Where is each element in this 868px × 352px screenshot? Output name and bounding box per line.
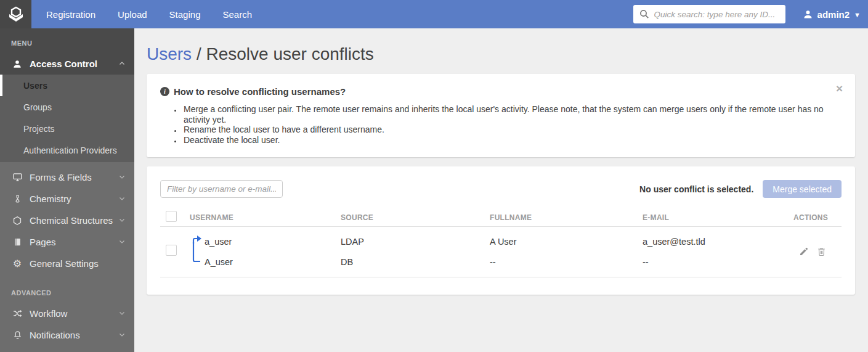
info-bullet: Deactivate the local user. [182,135,842,145]
bell-icon [11,330,23,340]
sidebar-item-label: Authentication Providers [23,145,117,155]
sidebar-item-pages[interactable]: Pages [0,231,134,253]
table-header-row: USERNAME SOURCE FULLNAME E-MAIL ACTIONS [160,208,842,227]
sidebar-item-notifications[interactable]: Notifications [0,324,134,346]
sidebar: MENU Access Control Users Groups Project… [0,28,134,352]
selection-status-text: No user conflict is selected. [639,184,753,194]
remote-fullname: A User [490,231,643,252]
info-bullet: Merge a conflicting user pair. The remot… [182,104,842,125]
sidebar-item-label: General Settings [30,258,99,269]
merge-connector-icon [191,232,205,267]
column-header-source: SOURCE [341,213,490,222]
page-title: Resolve user conflicts [206,44,373,63]
nav-item-registration[interactable]: Registration [46,9,95,20]
sidebar-item-users[interactable]: Users [0,75,134,96]
sidebar-item-forms-fields[interactable]: Forms & Fields [0,166,134,188]
info-bullet: Rename the local user to have a differen… [182,125,842,135]
local-email: -- [643,252,793,272]
column-header-actions: ACTIONS [793,213,843,222]
sidebar-item-label: Chemical Structures [30,215,113,226]
sidebar-item-chemistry[interactable]: Chemistry [0,188,134,210]
user-menu[interactable]: admin2 ▼ [803,9,861,20]
breadcrumb-separator: / [197,44,201,63]
sidebar-item-label: Pages [30,237,56,247]
sidebar-item-label: Chemistry [30,194,71,204]
chevron-down-icon [118,194,126,204]
search-icon [639,9,649,22]
top-nav-menu: Registration Upload Staging Search [46,9,252,20]
info-bullet-list: Merge a conflicting user pair. The remot… [182,104,842,145]
access-control-submenu: Users Groups Projects Authentication Pro… [0,75,134,162]
shuffle-icon [11,308,23,319]
sidebar-section-label-menu: MENU [0,28,134,53]
delete-trash-icon[interactable] [817,247,826,256]
info-panel-title: How to resolve conflicting usernames? [174,86,346,97]
edit-pencil-icon[interactable] [799,247,809,256]
nav-item-search[interactable]: Search [222,9,252,20]
quick-search-input[interactable] [633,5,785,23]
filter-input[interactable] [160,180,283,198]
sidebar-item-chemical-structures[interactable]: Chemical Structures [0,210,134,231]
person-icon [11,59,23,69]
remote-username: a_user [205,231,341,252]
sidebar-item-integration[interactable]: Integration [0,346,134,352]
quick-search-box [633,5,785,23]
sidebar-item-general-settings[interactable]: ⚙ General Settings [0,253,134,274]
breadcrumb-users-link[interactable]: Users [147,44,192,63]
nav-item-staging[interactable]: Staging [169,9,201,20]
select-all-checkbox[interactable] [166,211,177,222]
sidebar-item-workflow[interactable]: Workflow [0,303,134,324]
main-content: Users / Resolve user conflicts i How to … [134,28,868,352]
chevron-down-icon [118,215,126,226]
sidebar-item-label: Users [23,81,47,91]
top-navbar: Registration Upload Staging Search admin… [0,0,868,28]
chevron-down-icon [118,330,126,340]
chevron-down-icon [118,308,126,319]
sidebar-item-label: Notifications [30,330,80,340]
merge-selected-button[interactable]: Merge selected [763,180,842,198]
local-fullname: -- [490,252,643,272]
user-name-label: admin2 [817,9,850,20]
info-panel: i How to resolve conflicting usernames? … [147,74,855,157]
nav-item-upload[interactable]: Upload [118,9,147,20]
app-logo[interactable] [0,0,31,28]
monitor-icon [11,172,23,182]
pair-checkbox[interactable] [166,245,177,256]
local-username: A_user [205,252,341,272]
chevron-up-icon [118,59,126,69]
remote-email: a_user@test.tld [643,231,793,252]
sidebar-item-authentication-providers[interactable]: Authentication Providers [0,139,134,161]
benzene-hexagon-icon [11,216,23,226]
info-icon: i [160,87,169,96]
sidebar-item-groups[interactable]: Groups [0,96,134,118]
user-conflicts-card: No user conflict is selected. Merge sele… [147,166,855,295]
breadcrumb: Users / Resolve user conflicts [134,28,868,64]
hexagon-logo-icon [7,5,25,23]
column-header-username: USERNAME [190,213,341,222]
info-panel-title-row: i How to resolve conflicting usernames? [160,86,842,97]
column-header-email: E-MAIL [643,213,793,222]
sidebar-item-label: Access Control [30,59,97,69]
sidebar-item-label: Workflow [30,308,67,319]
chevron-down-icon [118,172,126,182]
sidebar-item-label: Groups [23,102,52,112]
book-icon [11,237,23,247]
local-source: DB [341,252,490,272]
gear-icon: ⚙ [11,259,23,269]
close-icon[interactable]: × [836,83,843,94]
chevron-down-icon [118,237,126,247]
sidebar-section-label-advanced: ADVANCED [0,274,134,303]
caret-down-icon: ▼ [854,11,861,18]
sidebar-item-label: Projects [23,124,55,134]
sidebar-item-projects[interactable]: Projects [0,118,134,139]
user-icon [803,9,813,20]
table-toolbar: No user conflict is selected. Merge sele… [160,180,842,198]
conflict-pair-row: a_user A_user LDAP DB A User -- a_user@t… [160,227,842,277]
sidebar-item-access-control[interactable]: Access Control [0,53,134,75]
remote-source: LDAP [341,231,490,252]
sidebar-item-label: Forms & Fields [30,172,92,182]
column-header-fullname: FULLNAME [490,213,643,222]
flask-icon [11,194,23,203]
